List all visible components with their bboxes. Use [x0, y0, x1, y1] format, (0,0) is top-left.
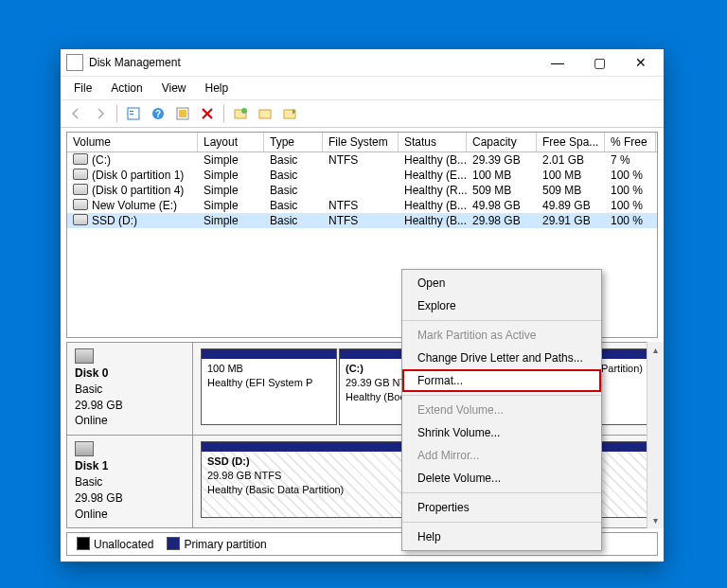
volume-row[interactable]: (C:)SimpleBasicNTFSHealthy (B...29.39 GB…: [67, 152, 657, 168]
cell-fs: NTFS: [323, 198, 399, 213]
cell-text: Simple: [204, 153, 239, 167]
ctx-format[interactable]: Format...: [402, 369, 601, 392]
volume-row[interactable]: New Volume (E:)SimpleBasicNTFSHealthy (B…: [67, 198, 657, 213]
cell-text: (C:): [92, 153, 111, 167]
cell-text: NTFS: [328, 199, 358, 212]
cell-text: Basic: [270, 153, 297, 167]
cell-text: New Volume (E:): [92, 199, 177, 212]
menu-file[interactable]: File: [66, 79, 99, 98]
action2-icon[interactable]: [254, 102, 276, 125]
cell-name: (Disk 0 partition 4): [67, 183, 198, 198]
col-capacity[interactable]: Capacity: [467, 133, 537, 151]
scroll-up-icon[interactable]: ▴: [647, 342, 664, 358]
cell-status: Healthy (B...: [399, 213, 467, 228]
cell-text: 100 %: [611, 184, 643, 197]
toolbar: ?: [61, 100, 664, 128]
col-pctfree[interactable]: % Free: [605, 133, 656, 151]
delete-icon[interactable]: [196, 102, 219, 125]
titlebar[interactable]: Disk Management — ▢ ✕: [61, 49, 664, 77]
volume-row[interactable]: (Disk 0 partition 1)SimpleBasicHealthy (…: [67, 168, 657, 183]
volume-rows: (C:)SimpleBasicNTFSHealthy (B...29.39 GB…: [67, 152, 657, 228]
cell-text: 100 %: [611, 214, 643, 227]
back-icon: [64, 102, 87, 125]
col-status[interactable]: Status: [399, 133, 467, 151]
ctx-delete[interactable]: Delete Volume...: [402, 467, 601, 490]
menu-bar: File Action View Help: [61, 77, 664, 100]
cell-status: Healthy (R...: [399, 183, 467, 198]
cell-text: Basic: [270, 169, 297, 182]
maximize-button[interactable]: ▢: [578, 49, 620, 76]
cell-text: 100 %: [611, 199, 643, 212]
cell-pct: 100 %: [605, 183, 656, 198]
partition-efi[interactable]: 100 MB Healthy (EFI System P: [201, 348, 337, 425]
minimize-button[interactable]: —: [537, 49, 578, 76]
disk-icon: [75, 441, 94, 456]
cell-fs: [323, 183, 399, 198]
volume-row[interactable]: (Disk 0 partition 4)SimpleBasicHealthy (…: [67, 183, 657, 198]
legend-primary: Primary partition: [167, 537, 266, 551]
disk0-status: Online: [75, 413, 185, 429]
cell-status: Healthy (B...: [399, 198, 467, 213]
col-volume[interactable]: Volume: [67, 133, 198, 151]
ctx-properties[interactable]: Properties: [402, 496, 601, 519]
cell-fs: [323, 168, 399, 183]
volume-icon: [73, 214, 88, 225]
ctx-open[interactable]: Open: [402, 272, 601, 294]
cell-free: 49.89 GB: [537, 198, 605, 213]
col-type[interactable]: Type: [264, 133, 323, 151]
disk0-size: 29.98 GB: [75, 398, 185, 414]
cell-text: 100 %: [611, 169, 643, 182]
volume-icon: [73, 184, 88, 195]
cell-name: SSD (D:): [67, 213, 198, 228]
ctx-help[interactable]: Help: [402, 526, 601, 548]
cell-fs: NTFS: [323, 213, 399, 228]
disk1-info: Disk 1 Basic 29.98 GB Online: [67, 436, 193, 527]
cell-text: Healthy (B...: [404, 214, 467, 227]
col-layout[interactable]: Layout: [198, 133, 264, 151]
action1-icon[interactable]: [229, 102, 252, 125]
cell-text: NTFS: [328, 214, 358, 227]
svg-rect-9: [259, 110, 271, 118]
cell-pct: 100 %: [605, 198, 656, 213]
cell-fs: NTFS: [323, 152, 399, 168]
swatch-blue: [167, 537, 180, 550]
cell-layout: Simple: [198, 198, 264, 213]
svg-rect-2: [130, 114, 133, 115]
volume-icon: [73, 153, 88, 165]
cell-pct: 7 %: [605, 152, 656, 168]
cell-cap: 49.98 GB: [467, 198, 537, 213]
cell-name: New Volume (E:): [67, 198, 198, 213]
ctx-explore[interactable]: Explore: [402, 294, 601, 317]
cell-cap: 29.39 GB: [467, 152, 537, 168]
context-menu: Open Explore Mark Partition as Active Ch…: [401, 269, 602, 551]
cell-type: Basic: [264, 213, 323, 228]
app-icon: [66, 54, 83, 71]
ctx-separator: [402, 522, 601, 523]
part-status: Healthy (EFI System P: [207, 376, 330, 390]
volume-icon: [73, 169, 88, 180]
toolbar-separator: [116, 105, 117, 122]
scrollbar[interactable]: ▴ ▾: [647, 342, 664, 528]
action3-icon[interactable]: [278, 102, 301, 125]
refresh-icon[interactable]: [122, 102, 145, 125]
menu-view[interactable]: View: [154, 79, 194, 98]
settings-icon[interactable]: [171, 102, 194, 125]
volume-row[interactable]: SSD (D:)SimpleBasicNTFSHealthy (B...29.9…: [67, 213, 657, 228]
menu-action[interactable]: Action: [103, 79, 150, 98]
disk-icon: [75, 348, 94, 364]
ctx-change-letter[interactable]: Change Drive Letter and Paths...: [402, 347, 601, 369]
cell-text: 7 %: [611, 153, 630, 167]
cell-text: Simple: [204, 169, 239, 182]
menu-help[interactable]: Help: [198, 79, 237, 98]
col-freespace[interactable]: Free Spa...: [537, 133, 605, 151]
cell-text: 49.89 GB: [542, 199, 591, 212]
close-button[interactable]: ✕: [620, 49, 662, 76]
help-icon[interactable]: ?: [147, 102, 169, 125]
scroll-down-icon[interactable]: ▾: [647, 512, 664, 528]
col-filesystem[interactable]: File System: [323, 133, 399, 151]
svg-point-8: [241, 108, 247, 114]
cell-text: Healthy (B...: [404, 153, 467, 167]
cell-type: Basic: [264, 168, 323, 183]
ctx-shrink[interactable]: Shrink Volume...: [402, 421, 601, 444]
cell-free: 29.91 GB: [537, 213, 605, 228]
